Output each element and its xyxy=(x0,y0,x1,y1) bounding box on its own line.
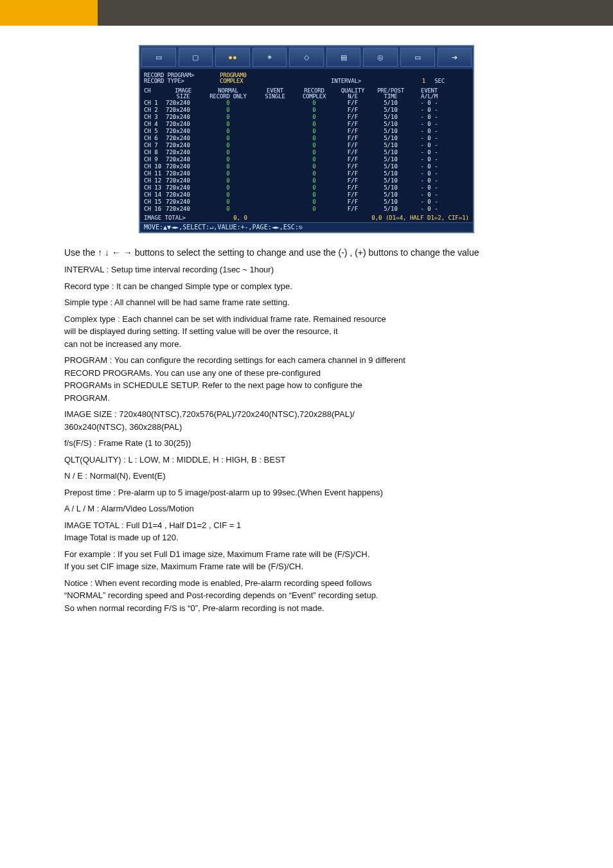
record-type-value: COMPLEX xyxy=(220,78,271,84)
dvr-screenshot: ▭ ▢ ●● ✶ ◇ ▤ ◎ ▭ ➔ RECORD PROGRAM> PROGR… xyxy=(139,45,474,233)
header-bar xyxy=(98,0,613,26)
p1-pre: Use the xyxy=(64,247,98,258)
image-size-text: : 720x480(NTSC),720x576(PAL)/720x240(NTS… xyxy=(114,409,355,419)
p1-post: buttons to select the setting to change … xyxy=(135,247,479,258)
notice-text3: So when normal recording F/S is “0”, Pre… xyxy=(64,603,324,613)
complex-type-text: : Each channel can be set with individua… xyxy=(118,314,386,324)
prepost-text: : Pre-alarm up to 5 image/post-alarm up … xyxy=(114,488,383,497)
header-accent xyxy=(0,0,98,26)
hdr-complex: COMPLEX xyxy=(294,94,334,100)
settings-icon: ✶ xyxy=(253,48,287,67)
help-bar: MOVE:▲▼◄►,SELECT:↵,VALUE:+-,PAGE:◄►,ESC:… xyxy=(140,222,473,232)
record-type-text: : It can be changed Simple type or compl… xyxy=(112,281,292,291)
image-total-label: IMAGE TOTAL> xyxy=(144,215,202,221)
hdr-ch: CH xyxy=(144,88,166,94)
interval-unit: SEC xyxy=(425,78,445,84)
table-row: CH 16720x24000F/F5/10- 0 - xyxy=(144,206,469,213)
table-row: CH 1720x24000F/F5/10- 0 - xyxy=(144,100,469,107)
channel-table: CH 1720x24000F/F5/10- 0 -CH 2720x24000F/… xyxy=(144,100,469,213)
complex-type-text2: will be displayed during setting. If set… xyxy=(64,326,338,336)
table-row: CH 4720x24000F/F5/10- 0 - xyxy=(144,121,469,128)
exit-icon: ➔ xyxy=(438,48,472,67)
complex-type-label: Complex type xyxy=(64,314,115,324)
table-row: CH 14720x24000F/F5/10- 0 - xyxy=(144,191,469,199)
record-type-label-text: Record type xyxy=(64,281,109,291)
quality-label: QLT(QUALITY) xyxy=(64,455,123,465)
example-label: For example xyxy=(64,549,111,559)
imagetotal-label: IMAGE TOTAL xyxy=(64,520,119,530)
hdr-ne: N/E xyxy=(334,94,371,100)
table-row: CH 12720x24000F/F5/10- 0 - xyxy=(144,177,469,184)
hdr-recordonly: RECORD ONLY xyxy=(200,94,256,100)
hdr-size: SIZE xyxy=(166,94,200,100)
arrow-icons: ↑ ↓ ← → xyxy=(98,247,132,258)
table-row: CH 8720x24000F/F5/10- 0 - xyxy=(144,149,469,156)
prepost-label: Prepost time xyxy=(64,488,111,497)
layout-icon: ▤ xyxy=(326,48,361,67)
notice-text2: “NORMAL” recording speed and Post-record… xyxy=(64,590,378,600)
program-text: : You can configure the recording settin… xyxy=(110,355,405,365)
complex-type-text3: can not be increased any more. xyxy=(64,339,181,349)
interval-value: 1 xyxy=(361,78,425,84)
page-header xyxy=(0,0,613,26)
quality-text: : L : LOW, M : MIDDLE, H : HIGH, B : BES… xyxy=(123,455,285,465)
image-total-right: 0,0 (D1=4, HALF D1=2, CIF=1) xyxy=(279,215,469,221)
fps-text: : Frame Rate (1 to 30(25)) xyxy=(94,438,191,448)
interval-text: : Setup time interval recording (1sec ~ … xyxy=(107,265,274,274)
ne-label: N / E xyxy=(64,471,83,481)
table-row: CH 7720x24000F/F5/10- 0 - xyxy=(144,142,469,149)
table-row: CH 11720x24000F/F5/10- 0 - xyxy=(144,170,469,177)
program-text2: RECORD PROGRAMs. You can use any one of … xyxy=(64,368,321,378)
imagetotal-text2: Image Total is made up of 120. xyxy=(64,533,179,542)
table-row: CH 9720x24000F/F5/10- 0 - xyxy=(144,156,469,163)
display-icon: ▢ xyxy=(179,48,213,67)
interval-label: INTERVAL> xyxy=(271,78,361,84)
table-row: CH 6720x24000F/F5/10- 0 - xyxy=(144,135,469,142)
table-row: CH 10720x24000F/F5/10- 0 - xyxy=(144,163,469,170)
table-row: CH 2720x24000F/F5/10- 0 - xyxy=(144,107,469,114)
body-text: Use the ↑ ↓ ← → buttons to select the se… xyxy=(64,246,549,614)
program-text3: PROGRAMs in SCHEDULE SETUP. Refer to the… xyxy=(64,380,362,390)
fps-label: f/s(F/S) xyxy=(64,438,94,448)
simple-type-label: Simple type xyxy=(64,297,108,307)
program-label: PROGRAM xyxy=(64,355,110,365)
hdr-single: SINGLE xyxy=(256,94,294,100)
monitor-icon: ▭ xyxy=(400,48,435,67)
table-row: CH 3720x24000F/F5/10- 0 - xyxy=(144,114,469,121)
hdr-time: TIME xyxy=(371,94,410,100)
imagetotal-text: : Full D1=4 , Half D1=2 , CIF = 1 xyxy=(121,520,241,530)
alm-text: : Alarm/Video Loss/Motion xyxy=(97,504,194,513)
dvr-toolbar: ▭ ▢ ●● ✶ ◇ ▤ ◎ ▭ ➔ xyxy=(140,46,473,69)
screens-icon: ▭ xyxy=(141,48,176,67)
alm-label: A / L / M xyxy=(64,504,94,513)
program-text4: PROGRAM. xyxy=(64,393,110,403)
notice-text: : When event recording mode is enabled, … xyxy=(90,578,371,588)
interval-label-text: INTERVAL xyxy=(64,265,107,274)
example-text: : If you set Full D1 image size, Maximum… xyxy=(113,549,369,559)
table-row: CH 13720x24000F/F5/10- 0 - xyxy=(144,184,469,191)
target-icon: ◎ xyxy=(363,48,398,67)
example-text2: If you set CIF image size, Maximum Frame… xyxy=(64,562,303,571)
table-row: CH 5720x24000F/F5/10- 0 - xyxy=(144,128,469,135)
ne-text: : Normal(N), Event(E) xyxy=(85,471,166,481)
image-size-label: IMAGE SIZE xyxy=(64,409,114,419)
simple-type-text: : All channel will be had same frame rat… xyxy=(111,297,290,307)
image-total-left: 0, 0 xyxy=(202,215,279,221)
notice-label: Notice xyxy=(64,578,88,588)
image-size-text2: 360x240(NTSC), 360x288(PAL) xyxy=(64,422,182,432)
table-row: CH 15720x24000F/F5/10- 0 - xyxy=(144,199,469,206)
ptz-icon: ◇ xyxy=(289,48,324,67)
record-icon: ●● xyxy=(215,48,250,67)
hdr-alm: A/L/M xyxy=(410,94,449,100)
record-type-label: RECORD TYPE> xyxy=(144,78,220,84)
